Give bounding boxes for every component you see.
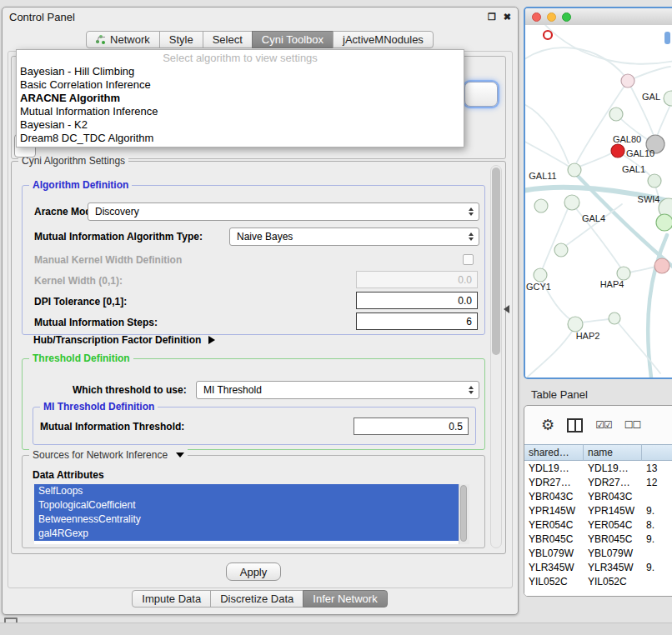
table-cell: YBR043C	[524, 489, 584, 503]
network-node[interactable]	[656, 214, 672, 231]
network-edge[interactable]	[564, 204, 622, 247]
network-edge[interactable]	[545, 25, 672, 64]
bottom-strip	[0, 622, 672, 635]
table-row[interactable]: YDR27…YDR27…12	[524, 475, 672, 489]
tab-style[interactable]: Style	[159, 31, 203, 48]
column-header-name[interactable]: name	[584, 444, 642, 461]
network-edge[interactable]	[527, 329, 574, 378]
algorithm-definition-group: Algorithm Definition Aracne Mode: Discov…	[22, 185, 485, 335]
tab-discretize-data[interactable]: Discretize Data	[210, 590, 303, 608]
network-node-gal11[interactable]	[568, 163, 581, 177]
network-edge[interactable]	[581, 319, 609, 322]
gear-icon[interactable]: ⚙	[541, 418, 554, 432]
network-scrollbar-thumb[interactable]	[664, 32, 670, 44]
table-cell	[642, 574, 672, 588]
settings-scrollbar[interactable]	[490, 165, 502, 548]
algorithm-settings-button[interactable]	[464, 82, 498, 107]
expand-arrow-icon	[208, 336, 215, 344]
network-edge[interactable]	[618, 322, 660, 373]
network-node-gcy1[interactable]	[534, 268, 547, 282]
network-node-gal[interactable]	[664, 91, 672, 106]
table-row[interactable]: YPR145WYPR145W9.	[524, 503, 672, 518]
network-canvas[interactable]: GALGAL80GAL10GAL11GAL1SWI4GAL4GCY1HAP4HA…	[525, 25, 672, 378]
sources-expander[interactable]: Sources for Network Inference	[29, 449, 188, 462]
attributes-scrollbar-thumb[interactable]	[460, 485, 467, 542]
table-row[interactable]: YBR043CYBR043C	[524, 489, 672, 503]
tab-label: Select	[213, 33, 243, 46]
network-node[interactable]	[554, 243, 568, 257]
tab-infer-network[interactable]: Infer Network	[303, 590, 387, 608]
network-node-gal1[interactable]	[648, 174, 661, 188]
network-edge[interactable]	[648, 235, 667, 378]
panel-collapse-arrow[interactable]	[504, 305, 509, 313]
clear-selection-icon[interactable]: ☐☐	[624, 419, 641, 431]
network-graph[interactable]: GALGAL80GAL10GAL11GAL1SWI4GAL4GCY1HAP4HA…	[525, 25, 672, 378]
float-window-icon[interactable]: ❐	[488, 11, 496, 22]
mi-threshold-input[interactable]: 0.5	[354, 418, 469, 435]
apply-button[interactable]: Apply	[226, 562, 281, 581]
which-threshold-select[interactable]: MI Threshold	[196, 381, 479, 399]
table-row[interactable]: YDL19…YDL19…13	[524, 461, 672, 475]
sources-title: Sources for Network Inference	[33, 449, 168, 461]
settings-scrollbar-thumb[interactable]	[492, 168, 500, 355]
mi-threshold-value: 0.5	[449, 421, 463, 432]
dropdown-item-dream8-dc-tdc-algorithm[interactable]: Dream8 DC_TDC Algorithm	[17, 132, 464, 145]
network-edge[interactable]	[525, 48, 625, 77]
network-node[interactable]	[609, 108, 623, 121]
tab-impute-data[interactable]: Impute Data	[132, 590, 211, 608]
attributes-scrollbar[interactable]	[459, 484, 469, 544]
node-label-gal11: GAL11	[529, 171, 556, 181]
network-edge[interactable]	[542, 205, 569, 270]
tab-label: Discretize Data	[220, 592, 293, 605]
table-row[interactable]: YBR045CYBR045C9.	[524, 532, 672, 546]
network-node[interactable]	[621, 74, 634, 88]
dropdown-item-bayesian-hill-climbing[interactable]: Bayesian - Hill Climbing	[17, 65, 464, 78]
network-node-gal4[interactable]	[564, 195, 579, 210]
table-row[interactable]: YIL052CYIL052C	[524, 574, 672, 588]
mi-algorithm-type-select[interactable]: Naive Bayes	[229, 228, 479, 246]
mi-steps-value: 6	[466, 316, 472, 328]
zoom-traffic-light[interactable]	[562, 12, 571, 22]
column-header-shared[interactable]: shared…	[524, 444, 584, 461]
network-edge[interactable]	[525, 138, 568, 166]
manual-kernel-checkbox[interactable]	[463, 254, 474, 265]
network-edge[interactable]	[628, 81, 654, 138]
network-node[interactable]	[654, 258, 669, 273]
dpi-tolerance-input[interactable]: 0.0	[356, 292, 478, 309]
tab-network[interactable]: Network	[86, 31, 160, 48]
tab-jactivemnodules[interactable]: jActiveMNodules	[333, 31, 434, 48]
network-node[interactable]	[534, 199, 548, 212]
attribute-item-betweennesscentrality[interactable]: BetweennessCentrality	[34, 512, 459, 527]
table-row[interactable]: YBL079WYBL079W	[524, 546, 672, 560]
data-attributes-list[interactable]: SelfLoopsTopologicalCoefficientBetweenne…	[34, 484, 469, 544]
minimize-traffic-light[interactable]	[547, 12, 556, 22]
network-node[interactable]	[544, 31, 552, 39]
column-header-col2[interactable]	[642, 444, 672, 461]
network-node-hap2[interactable]	[568, 317, 583, 332]
network-node[interactable]	[609, 312, 620, 324]
table-row[interactable]: YER054CYER054C8.	[524, 518, 672, 532]
dropdown-item-aracne-algorithm[interactable]: ARACNE Algorithm	[17, 92, 464, 105]
select-all-icon[interactable]: ☑☑	[595, 419, 612, 431]
close-traffic-light[interactable]	[532, 12, 541, 22]
kernel-width-input[interactable]: 0.0	[356, 271, 478, 288]
tab-cyni-toolbox[interactable]: Cyni Toolbox	[252, 31, 333, 48]
table-panel-window: ⚙ ☑☑ ☐☐ shared…name YDL19…YDL19…13YDR27……	[524, 405, 672, 597]
columns-icon[interactable]	[567, 418, 583, 432]
aracne-mode-select[interactable]: Discovery	[88, 202, 479, 221]
dropdown-item-bayesian-k2[interactable]: Bayesian - K2	[17, 118, 464, 132]
network-node-hap4[interactable]	[617, 267, 630, 280]
network-edge[interactable]	[629, 267, 656, 272]
dropdown-item-basic-correlation-inference[interactable]: Basic Correlation Inference	[17, 78, 464, 92]
table-row[interactable]: YLR345WYLR345W9.	[524, 560, 672, 574]
network-edge[interactable]	[657, 105, 670, 137]
hub-definition-expander[interactable]: Hub/Transcription Factor Definition	[33, 333, 215, 347]
network-node-gal10[interactable]	[611, 144, 624, 158]
attribute-item-gal4rgexp[interactable]: gal4RGexp	[34, 527, 459, 541]
tab-select[interactable]: Select	[203, 31, 253, 48]
mi-steps-input[interactable]: 6	[356, 312, 478, 330]
close-window-icon[interactable]: ✖	[504, 11, 511, 22]
attribute-item-topologicalcoefficient[interactable]: TopologicalCoefficient	[34, 498, 459, 512]
attribute-item-selfloops[interactable]: SelfLoops	[34, 484, 459, 498]
dropdown-item-mutual-information-inference[interactable]: Mutual Information Inference	[17, 105, 464, 118]
